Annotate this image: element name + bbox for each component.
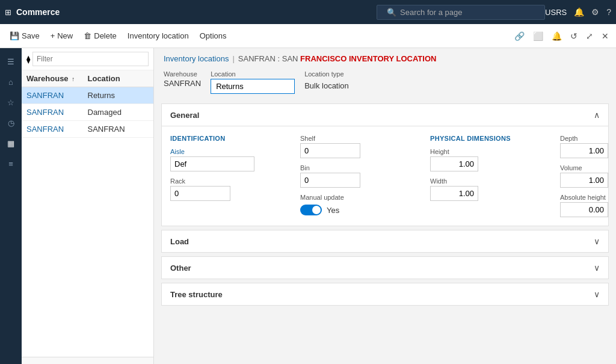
new-label: New — [57, 31, 73, 40]
bin-input[interactable] — [300, 173, 360, 188]
section-load-toggle[interactable]: ∨ — [594, 236, 600, 246]
section-load-title: Load — [170, 237, 189, 246]
app-title: Commerce — [16, 7, 377, 17]
inventory-location-label: Inventory location — [128, 31, 189, 40]
toolbar: 💾 Save + New 🗑 Delete Inventory location… — [0, 24, 616, 48]
sidebar-icon-home[interactable]: ⌂ — [2, 73, 19, 90]
table-rows: SANFRAN Returns SANFRAN Damaged SANFRAN … — [22, 87, 153, 357]
form-field-location: Location — [211, 70, 295, 94]
bin-label: Bin — [300, 164, 396, 171]
filter-input[interactable] — [32, 52, 149, 66]
aisle-label: Aisle — [170, 148, 266, 155]
warehouse-label: Warehouse — [164, 70, 201, 78]
rack-input[interactable] — [170, 186, 230, 201]
volume-label: Volume — [560, 164, 616, 171]
rack-field: Rack — [170, 177, 266, 201]
cell-location: Damaged — [88, 108, 149, 117]
search-icon: 🔍 — [387, 8, 396, 17]
gear-icon[interactable]: ⚙ — [591, 7, 599, 17]
identification-col: IDENTIFICATION Aisle Rack — [170, 135, 266, 217]
global-search[interactable]: 🔍 Search for a page — [377, 5, 545, 20]
grid-icon[interactable]: ⊞ — [5, 8, 11, 17]
section-other-header[interactable]: Other ∨ — [162, 257, 608, 279]
shelf-bin-col: Shelf Bin Manual update Yes — [300, 135, 396, 217]
volume-input[interactable] — [560, 173, 608, 188]
manual-update-toggle[interactable] — [300, 205, 322, 215]
physical-dimensions-label: PHYSICAL DIMENSIONS — [430, 135, 526, 142]
aisle-input[interactable] — [170, 156, 254, 171]
depth-input[interactable] — [560, 143, 608, 158]
sidebar-icon-menu[interactable]: ☰ — [2, 53, 19, 70]
section-general-toggle[interactable]: ∧ — [594, 110, 600, 120]
scrollbar-bottom[interactable] — [22, 357, 153, 364]
help-icon[interactable]: ? — [606, 7, 611, 17]
breadcrumb-link[interactable]: Inventory locations — [164, 54, 229, 63]
delete-button[interactable]: 🗑 Delete — [79, 28, 122, 43]
refresh-icon[interactable]: ↺ — [568, 29, 580, 43]
section-other: Other ∨ — [161, 256, 609, 279]
cell-warehouse: SANFRAN — [26, 108, 88, 117]
location-input[interactable] — [211, 79, 295, 94]
options-button[interactable]: Options — [195, 28, 232, 43]
delete-icon: 🗑 — [84, 31, 91, 40]
sort-icon[interactable]: ↑ — [72, 76, 75, 82]
cell-location: Returns — [88, 91, 149, 100]
section-other-toggle[interactable]: ∨ — [594, 263, 600, 273]
breadcrumb-current: SANFRAN : SAN FRANCISCO INVENTORY LOCATI… — [238, 54, 437, 63]
left-panel: ⧫ Warehouse ↑ Location SANFRAN Returns S… — [22, 48, 154, 364]
filter-icon: ⧫ — [26, 55, 30, 64]
section-general-body: IDENTIFICATION Aisle Rack — [162, 126, 608, 226]
shelf-input[interactable] — [300, 143, 360, 158]
physical-dims-col: PHYSICAL DIMENSIONS Height Width — [430, 135, 526, 217]
new-button[interactable]: + New — [46, 28, 78, 43]
main-layout: ☰ ⌂ ☆ ◷ ▦ ≡ ⧫ Warehouse ↑ Location SANFR… — [0, 48, 616, 364]
close-icon[interactable]: ✕ — [599, 29, 611, 43]
section-tree-structure: Tree structure ∨ — [161, 283, 609, 306]
link-icon[interactable]: 🔗 — [512, 29, 527, 43]
height-field: Height — [430, 148, 526, 171]
notification-icon[interactable]: 🔔 — [549, 29, 564, 43]
cell-location: SANFRAN — [88, 125, 149, 134]
section-general-header[interactable]: General ∧ — [162, 104, 608, 126]
sidebar-icon-list[interactable]: ≡ — [2, 155, 19, 172]
filter-bar: ⧫ — [22, 48, 153, 70]
location-type-label: Location type — [304, 70, 349, 78]
col-location-header: Location — [88, 74, 149, 83]
depth-label: Depth — [560, 135, 616, 142]
width-label: Width — [430, 177, 526, 185]
toggle-row: Yes — [300, 205, 396, 215]
absolute-height-input[interactable] — [560, 202, 608, 217]
office-icon[interactable]: ⬜ — [531, 29, 546, 43]
general-grid: IDENTIFICATION Aisle Rack — [170, 135, 600, 217]
width-field: Width — [430, 177, 526, 201]
delete-label: Delete — [94, 31, 117, 40]
options-label: Options — [200, 31, 227, 40]
form-field-warehouse: Warehouse SANFRAN — [164, 70, 201, 94]
expand-icon[interactable]: ⤢ — [584, 29, 596, 43]
sidebar-icon-clock[interactable]: ◷ — [2, 114, 19, 131]
manual-update-label: Manual update — [300, 194, 396, 201]
top-bar-right: USRS 🔔 ⚙ ? — [545, 7, 611, 17]
width-input[interactable] — [430, 186, 478, 201]
section-tree-toggle[interactable]: ∨ — [594, 289, 600, 299]
section-load-header[interactable]: Load ∨ — [162, 230, 608, 252]
inventory-location-button[interactable]: Inventory location — [123, 28, 194, 43]
table-row[interactable]: SANFRAN Damaged — [22, 104, 153, 121]
section-general-title: General — [170, 111, 199, 120]
table-row[interactable]: SANFRAN Returns — [22, 87, 153, 104]
save-label: Save — [22, 31, 40, 40]
section-tree-header[interactable]: Tree structure ∨ — [162, 283, 608, 305]
save-button[interactable]: 💾 Save — [5, 28, 45, 43]
breadcrumb: Inventory locations | SANFRAN : SAN FRAN… — [154, 48, 616, 67]
height-input[interactable] — [430, 156, 478, 171]
bin-field: Bin — [300, 164, 396, 188]
bell-icon[interactable]: 🔔 — [574, 7, 584, 17]
sidebar-icon-star[interactable]: ☆ — [2, 94, 19, 111]
detail-panel: Inventory locations | SANFRAN : SAN FRAN… — [154, 48, 616, 364]
sidebar-icon-table[interactable]: ▦ — [2, 135, 19, 152]
section-load: Load ∨ — [161, 230, 609, 253]
table-row[interactable]: SANFRAN SANFRAN — [22, 121, 153, 138]
manual-update-value: Yes — [327, 206, 339, 215]
top-bar: ⊞ Commerce 🔍 Search for a page USRS 🔔 ⚙ … — [0, 0, 616, 24]
cell-warehouse: SANFRAN — [26, 91, 88, 100]
